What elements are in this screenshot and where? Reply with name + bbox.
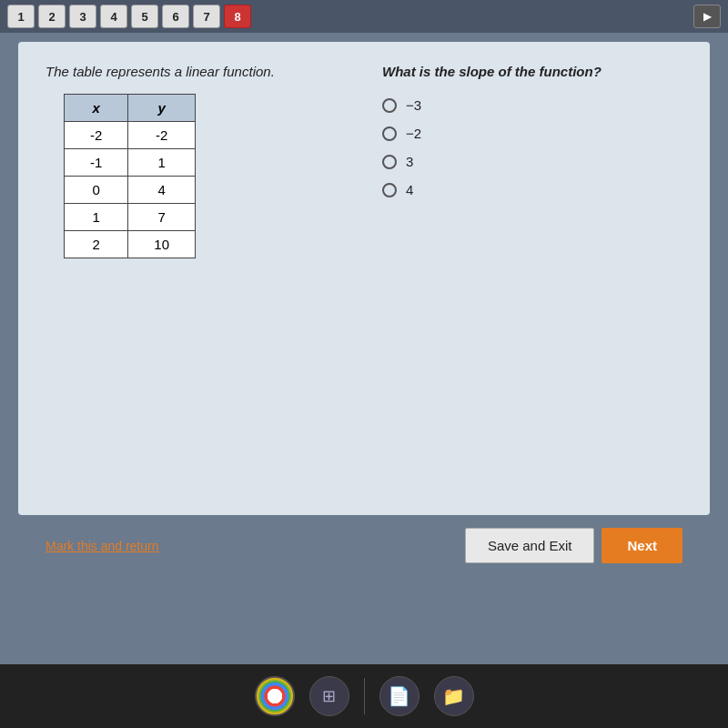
files-icon[interactable]: ⊞	[309, 676, 349, 716]
table-row: 2 10	[65, 231, 196, 258]
play-button[interactable]: ▶	[693, 5, 721, 28]
question-text: What is the slope of the function?	[382, 64, 682, 79]
table-cell-x0: -2	[65, 122, 128, 149]
table-cell-x3: 1	[65, 204, 128, 231]
answer-choices: −3 −2 3 4	[382, 97, 682, 197]
radio-4[interactable]	[382, 183, 397, 197]
table-row: 0 4	[65, 177, 196, 204]
chrome-icon[interactable]	[255, 676, 295, 716]
answer-choice-neg3[interactable]: −3	[382, 97, 682, 113]
answer-choice-3[interactable]: 3	[382, 154, 682, 169]
nav-btn-5[interactable]: 5	[131, 5, 158, 28]
table-cell-y3: 7	[128, 204, 196, 231]
nav-btn-1[interactable]: 1	[7, 5, 35, 28]
answer-label-neg3: −3	[406, 97, 421, 113]
bottom-buttons: Save and Exit Next	[465, 528, 682, 563]
answer-choice-neg2[interactable]: −2	[382, 126, 682, 141]
right-section: What is the slope of the function? −3 −2…	[382, 64, 682, 258]
table-cell-y4: 10	[128, 231, 196, 258]
nav-btn-8[interactable]: 8	[224, 5, 251, 28]
table-cell-x1: -1	[65, 149, 128, 177]
nav-btn-7[interactable]: 7	[193, 5, 220, 28]
bottom-bar: Mark this and return Save and Exit Next	[18, 515, 710, 576]
table-cell-x4: 2	[65, 231, 128, 258]
mark-and-return-link[interactable]: Mark this and return	[46, 539, 159, 553]
nav-btn-4[interactable]: 4	[100, 5, 127, 28]
taskbar-divider	[364, 678, 365, 714]
table-cell-y2: 4	[128, 177, 196, 204]
radio-3[interactable]	[382, 155, 397, 169]
table-cell-x2: 0	[65, 177, 128, 204]
answer-label-4: 4	[406, 182, 413, 197]
top-navigation: 1 2 3 4 5 6 7 8 ▶	[0, 0, 728, 33]
nav-btn-2[interactable]: 2	[38, 5, 66, 28]
radio-neg2[interactable]	[382, 126, 397, 141]
table-header-x: x	[65, 95, 128, 122]
table-cell-y0: -2	[128, 122, 196, 149]
nav-btn-3[interactable]: 3	[69, 5, 96, 28]
answer-label-neg2: −2	[406, 126, 421, 141]
left-section: The table represents a linear function. …	[46, 64, 346, 258]
main-content-area: The table represents a linear function. …	[18, 42, 710, 515]
question-area: The table represents a linear function. …	[46, 64, 682, 258]
table-row: -1 1	[65, 149, 196, 177]
data-table: x y -2 -2 -1 1 0 4	[64, 94, 196, 258]
taskbar: ⊞ 📄 📁	[0, 664, 728, 728]
folder-icon[interactable]: 📁	[434, 676, 474, 716]
table-header-y: y	[128, 95, 196, 122]
table-row: -2 -2	[65, 122, 196, 149]
next-button[interactable]: Next	[602, 528, 682, 563]
premise-text: The table represents a linear function.	[46, 64, 346, 79]
table-row: 1 7	[65, 204, 196, 231]
docs-icon[interactable]: 📄	[379, 676, 420, 716]
answer-choice-4[interactable]: 4	[382, 182, 682, 197]
nav-btn-6[interactable]: 6	[162, 5, 189, 28]
answer-label-3: 3	[406, 154, 413, 169]
table-cell-y1: 1	[128, 149, 196, 177]
save-and-exit-button[interactable]: Save and Exit	[465, 528, 595, 563]
radio-neg3[interactable]	[382, 98, 397, 113]
